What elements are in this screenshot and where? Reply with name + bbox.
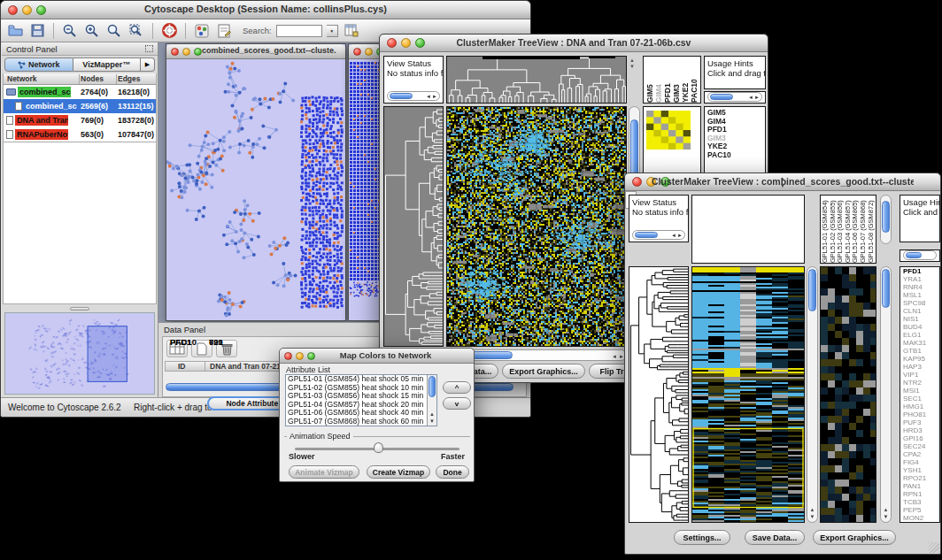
zoom-heatmap-canvas[interactable] [646, 111, 691, 150]
column-label[interactable]: GPL51-06 (GSM865) [852, 196, 860, 263]
zoom-selected-icon[interactable] [127, 22, 145, 40]
open-file-icon[interactable] [6, 22, 24, 40]
zoom-in-icon[interactable] [83, 22, 101, 40]
gene-label[interactable]: RNR4 [900, 283, 939, 291]
gene-label[interactable]: RPN1 [900, 490, 939, 498]
gene-label[interactable]: TCB3 [900, 498, 939, 506]
gene-label[interactable]: PUF3 [900, 418, 939, 426]
column-label[interactable]: GPL51-08 (GSM872) [868, 196, 876, 263]
speed-slider-thumb[interactable] [374, 442, 383, 453]
column-dendrogram-canvas[interactable] [447, 57, 626, 103]
tab-overflow-arrow[interactable]: ▶ [141, 58, 155, 72]
heatmap-panel[interactable] [691, 266, 805, 523]
zoom-fit-icon[interactable] [105, 22, 123, 40]
gene-label[interactable]: MAK31 [900, 339, 939, 347]
treeview-button[interactable]: Save Data... [745, 530, 805, 545]
column-label[interactable]: PFD1 [664, 57, 672, 103]
resize-grip[interactable] [929, 542, 939, 553]
attribute-list-scrollbar[interactable]: ▲ ▼ [427, 375, 436, 426]
network-grid-canvas[interactable] [349, 59, 381, 320]
vizmap-icon[interactable] [193, 22, 211, 40]
gene-label[interactable]: RPO21 [900, 474, 939, 482]
column-dendrogram-panel[interactable] [691, 195, 805, 264]
search-dropdown-button[interactable]: ▼ [327, 25, 338, 37]
heatmap-panel[interactable] [446, 106, 627, 347]
gene-label[interactable]: MON2 [900, 514, 939, 522]
gene-label[interactable]: GTB1 [900, 347, 939, 355]
panel-resize-handle[interactable] [2, 304, 158, 312]
gene-label[interactable]: GPI16 [900, 434, 939, 442]
search-options-icon[interactable] [343, 22, 360, 40]
column-label[interactable]: GIM5 [646, 57, 654, 103]
gene-label[interactable]: VIP1 [900, 371, 939, 379]
gene-label[interactable]: PAN1 [900, 482, 939, 490]
column-label[interactable]: GPL51-01 (GSM854) [822, 196, 830, 263]
gene-label[interactable]: BUD4 [900, 323, 939, 331]
minimize-button[interactable] [365, 48, 373, 56]
column-dendrogram-panel[interactable] [446, 56, 627, 104]
heatmap-vertical-scrollbar[interactable]: ▲ ▼ [807, 266, 818, 523]
treeview-button[interactable]: Export Graphics... [502, 364, 585, 379]
annotation-icon[interactable] [215, 22, 233, 40]
move-up-button[interactable]: ^ [443, 381, 471, 394]
network-overview-canvas[interactable] [4, 312, 155, 395]
gene-label[interactable]: HRD3 [900, 426, 939, 434]
zoom-heatmap-panel[interactable] [820, 266, 876, 523]
network-canvas[interactable] [166, 59, 345, 320]
spinner-arrows[interactable]: ▲▼ [629, 58, 635, 70]
close-button[interactable] [284, 352, 292, 360]
gene-label[interactable]: NIS1 [900, 315, 939, 323]
network-row[interactable]: combined_scores_ 2764(0) 16218(0) [4, 85, 156, 99]
gene-label[interactable]: HAP3 [900, 363, 939, 371]
row-label[interactable]: PAC10 [707, 151, 765, 160]
column-label[interactable]: GIM4 [655, 57, 663, 103]
close-button[interactable] [353, 48, 361, 56]
gene-label[interactable]: CLN1 [900, 307, 939, 315]
status-scrollbar[interactable]: ◄► [632, 230, 685, 240]
treeview1-titlebar[interactable]: ClusterMaker TreeView : DNA and Tran 07-… [380, 35, 768, 52]
heatmap-canvas[interactable] [447, 107, 626, 346]
column-label[interactable]: PAC10 [691, 57, 699, 103]
row-dendrogram-panel[interactable] [629, 266, 689, 523]
column-label[interactable]: GIM3 [673, 57, 681, 103]
search-input[interactable] [276, 25, 322, 37]
usage-scrollbar-panel[interactable]: ◄► [704, 91, 766, 104]
gene-label[interactable]: SEC24 [900, 442, 939, 450]
tab-vizmapper[interactable]: VizMapper™ [73, 58, 142, 72]
gene-label[interactable]: YRA1 [900, 275, 939, 283]
gene-label[interactable]: PHO81 [900, 410, 939, 418]
column-labels-scrollbar[interactable] [880, 195, 892, 244]
row-dendrogram-panel[interactable] [383, 106, 444, 347]
column-label[interactable]: GPL51-02 (GSM855) [830, 196, 838, 263]
gene-label[interactable]: PFD1 [900, 267, 939, 275]
dialog-button[interactable]: Animate Vizmap [289, 465, 359, 479]
zoom-vertical-scrollbar[interactable]: ▲ ▼ [880, 266, 892, 523]
status-scrollbar[interactable]: ◄► [387, 91, 440, 101]
network-row[interactable]: combined_sco 2569(6) 13112(15) [4, 99, 156, 113]
gene-label[interactable]: ELG1 [900, 331, 939, 339]
zoom-heatmap-canvas[interactable] [821, 267, 876, 522]
save-icon[interactable] [28, 22, 46, 40]
zoom-window-button[interactable] [194, 48, 202, 56]
treeview-button[interactable]: Export Graphics... [813, 530, 896, 545]
column-label[interactable]: GPL51-07 (GSM868) [860, 196, 868, 263]
network-view-titlebar[interactable] [349, 44, 381, 59]
treeview-button[interactable]: Settings... [674, 530, 730, 545]
gene-label[interactable]: HMG1 [900, 403, 939, 410]
heatmap-canvas[interactable] [692, 267, 804, 522]
float-panel-icon[interactable] [145, 45, 153, 52]
row-dendrogram-canvas[interactable] [384, 107, 443, 346]
dialog-button[interactable]: Done [436, 465, 469, 479]
network-view-titlebar[interactable]: combined_scores_good.txt--cluste... [166, 44, 345, 59]
zoom-out-icon[interactable] [61, 22, 79, 40]
close-button[interactable] [8, 5, 18, 15]
close-button[interactable] [171, 48, 179, 56]
gene-label[interactable]: KAP95 [900, 355, 939, 363]
gene-label[interactable]: CPA2 [900, 450, 939, 458]
gene-label[interactable]: SPC98 [900, 299, 939, 307]
attribute-list[interactable]: GPL51-01 (GSM854) heat shock 05 minGPL51… [285, 374, 437, 426]
main-titlebar[interactable]: Cytoscape Desktop (Session Name: collins… [1, 1, 530, 19]
gene-label[interactable]: PEP5 [900, 506, 939, 514]
column-label[interactable]: YKE2 [682, 57, 690, 103]
gene-label[interactable]: SEC1 [900, 395, 939, 403]
